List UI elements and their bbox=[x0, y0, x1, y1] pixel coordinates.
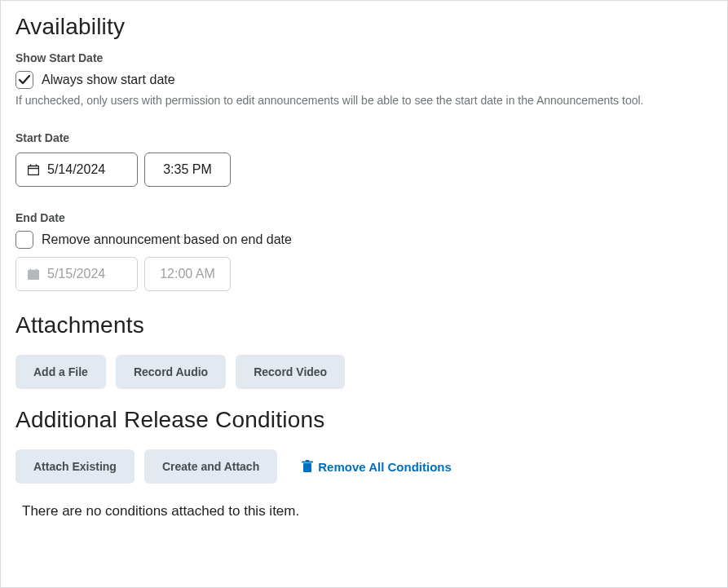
create-and-attach-button[interactable]: Create and Attach bbox=[144, 449, 277, 484]
calendar-icon bbox=[28, 164, 39, 175]
remove-all-conditions-label: Remove All Conditions bbox=[318, 460, 452, 474]
start-time-input[interactable]: 3:35 PM bbox=[144, 153, 231, 187]
record-audio-button[interactable]: Record Audio bbox=[116, 355, 226, 389]
svg-rect-4 bbox=[29, 271, 39, 280]
attach-existing-button[interactable]: Attach Existing bbox=[15, 449, 135, 484]
no-conditions-text: There are no conditions attached to this… bbox=[22, 503, 713, 519]
svg-rect-8 bbox=[303, 463, 311, 472]
attachments-buttons: Add a File Record Audio Record Video bbox=[15, 355, 713, 389]
add-file-button[interactable]: Add a File bbox=[15, 355, 106, 389]
always-show-start-date-row: Always show start date bbox=[15, 71, 713, 89]
end-date-input: 5/15/2024 bbox=[15, 257, 138, 291]
show-start-date-label: Show Start Date bbox=[15, 51, 713, 64]
start-date-value: 5/14/2024 bbox=[47, 162, 105, 177]
remove-based-on-end-date-checkbox[interactable] bbox=[15, 231, 33, 249]
always-show-start-date-label: Always show start date bbox=[42, 73, 175, 87]
start-date-label: Start Date bbox=[15, 131, 713, 144]
start-date-input[interactable]: 5/14/2024 bbox=[15, 153, 138, 187]
always-show-hint: If unchecked, only users with permission… bbox=[15, 94, 713, 107]
end-date-row: 5/15/2024 12:00 AM bbox=[15, 257, 713, 291]
trash-icon bbox=[302, 460, 313, 473]
end-time-input: 12:00 AM bbox=[144, 257, 231, 291]
settings-panel: Availability Show Start Date Always show… bbox=[0, 0, 728, 588]
remove-based-on-end-date-row: Remove announcement based on end date bbox=[15, 231, 713, 249]
start-time-value: 3:35 PM bbox=[163, 162, 212, 177]
end-date-value: 5/15/2024 bbox=[47, 267, 105, 281]
end-time-value: 12:00 AM bbox=[160, 267, 215, 281]
end-date-label: End Date bbox=[15, 211, 713, 224]
release-conditions-heading: Additional Release Conditions bbox=[15, 407, 713, 433]
availability-heading: Availability bbox=[15, 14, 713, 40]
svg-rect-10 bbox=[306, 460, 310, 462]
release-conditions-buttons: Attach Existing Create and Attach Remove… bbox=[15, 449, 713, 484]
remove-all-conditions-link[interactable]: Remove All Conditions bbox=[302, 460, 452, 474]
start-date-row: 5/14/2024 3:35 PM bbox=[15, 153, 713, 187]
attachments-heading: Attachments bbox=[15, 312, 713, 338]
always-show-start-date-checkbox[interactable] bbox=[15, 71, 33, 89]
record-video-button[interactable]: Record Video bbox=[236, 355, 345, 389]
remove-based-on-end-date-label: Remove announcement based on end date bbox=[42, 232, 292, 247]
calendar-icon bbox=[28, 268, 39, 280]
check-icon bbox=[19, 75, 30, 85]
svg-rect-0 bbox=[29, 166, 39, 175]
